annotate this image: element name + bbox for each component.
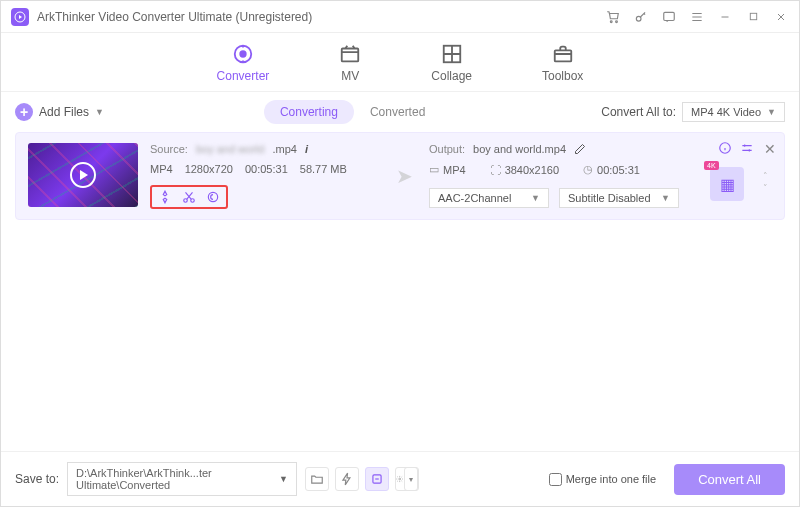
svg-point-8 [240,51,246,57]
save-path-dropdown[interactable]: D:\ArkThinker\ArkThink...ter Ultimate\Co… [67,462,297,496]
info-circle-icon[interactable] [718,141,732,155]
source-size: 58.77 MB [300,163,347,175]
edit-icon[interactable] [206,190,220,204]
play-icon [70,162,96,188]
chevron-up-icon: ˄ [763,171,768,181]
merge-checkbox-input[interactable] [549,473,562,486]
open-folder-icon[interactable] [305,467,329,491]
chevron-down-icon: ▼ [767,107,776,117]
settings-sliders-icon[interactable] [740,141,754,155]
high-speed-icon[interactable] [365,467,389,491]
svg-rect-9 [342,49,359,62]
save-path-value: D:\ArkThinker\ArkThink...ter Ultimate\Co… [76,467,279,491]
tab-converter[interactable]: Converter [217,43,270,83]
source-column: Source: boy and world.mp4 i MP4 1280x720… [150,143,380,209]
document-icon: ▦ [720,175,735,194]
minimize-icon[interactable] [717,9,733,25]
footer: Save to: D:\ArkThinker\ArkThink...ter Ul… [1,451,799,506]
source-filename: boy and world [196,143,265,155]
svg-point-2 [610,20,612,22]
save-to-label: Save to: [15,472,59,486]
merge-checkbox[interactable]: Merge into one file [549,473,657,486]
merge-label: Merge into one file [566,473,657,485]
tab-converted[interactable]: Converted [354,100,441,124]
tab-collage-label: Collage [431,69,472,83]
edit-tools-highlighted [150,185,228,209]
output-format-dropdown[interactable]: MP4 4K Video ▼ [682,102,785,122]
compress-icon[interactable] [158,190,172,204]
source-ext: .mp4 [272,143,296,155]
cut-icon[interactable] [182,190,196,204]
resolution-icon: ⛶ [490,164,501,176]
video-icon: ▭ [429,163,439,176]
tab-toolbox[interactable]: Toolbox [542,43,583,83]
tab-collage[interactable]: Collage [431,43,472,83]
convert-all-button[interactable]: Convert All [674,464,785,495]
key-icon[interactable] [633,9,649,25]
convert-all-to-label: Convert All to: [601,105,676,119]
collage-icon [441,43,463,65]
output-filename: boy and world.mp4 [473,143,566,155]
output-container: MP4 [443,164,466,176]
add-files-button[interactable]: + Add Files ▼ [15,103,104,121]
titlebar: ArkThinker Video Converter Ultimate (Unr… [1,1,799,33]
info-icon[interactable]: i [305,143,308,155]
window-title: ArkThinker Video Converter Ultimate (Unr… [37,10,605,24]
svg-rect-11 [554,50,571,61]
svg-rect-5 [664,12,675,20]
output-label: Output: [429,143,465,155]
tab-converting[interactable]: Converting [264,100,354,124]
source-resolution: 1280x720 [185,163,233,175]
chevron-down-icon: ▼ [95,107,104,117]
subtitle-dropdown[interactable]: Subtitle Disabled▼ [559,188,679,208]
output-resolution: 3840x2160 [505,164,559,176]
source-container: MP4 [150,163,173,175]
status-tabs: Converting Converted [264,100,441,124]
clock-icon: ◷ [583,163,593,176]
output-format-value: MP4 4K Video [691,106,761,118]
tab-mv-label: MV [341,69,359,83]
format-preset-button[interactable]: ▦ [710,167,744,201]
toolbox-icon [552,43,574,65]
cart-icon[interactable] [605,9,621,25]
svg-marker-1 [19,15,22,19]
reorder-arrows[interactable]: ˄˅ [763,171,768,193]
converter-icon [232,43,254,65]
video-thumbnail[interactable] [28,143,138,207]
app-window: ArkThinker Video Converter Ultimate (Unr… [0,0,800,507]
arrow-right-icon: ➤ [396,164,413,188]
toolbar: + Add Files ▼ Converting Converted Conve… [1,92,799,132]
source-label: Source: [150,143,188,155]
chevron-down-icon: ▼ [661,193,670,203]
file-card: Source: boy and world.mp4 i MP4 1280x720… [15,132,785,220]
main-tabs: Converter MV Collage Toolbox [1,33,799,92]
output-duration: 00:05:31 [597,164,640,176]
audio-dropdown[interactable]: AAC-2Channel▼ [429,188,549,208]
svg-point-14 [208,192,217,201]
source-duration: 00:05:31 [245,163,288,175]
chevron-down-icon: ˅ [763,183,768,193]
app-logo-icon [11,8,29,26]
tab-converter-label: Converter [217,69,270,83]
mv-icon [339,43,361,65]
tab-toolbox-label: Toolbox [542,69,583,83]
remove-file-icon[interactable]: ✕ [764,141,776,157]
maximize-icon[interactable] [745,9,761,25]
settings-gear-icon[interactable]: ▾ [395,467,419,491]
chevron-down-icon: ▼ [531,193,540,203]
close-icon[interactable] [773,9,789,25]
chevron-down-icon: ▼ [279,474,288,484]
feedback-icon[interactable] [661,9,677,25]
tab-mv[interactable]: MV [339,43,361,83]
svg-rect-6 [750,13,756,19]
svg-point-4 [636,16,641,21]
hardware-accel-icon[interactable] [335,467,359,491]
menu-icon[interactable] [689,9,705,25]
svg-point-3 [616,20,618,22]
subtitle-value: Subtitle Disabled [568,192,651,204]
svg-point-17 [399,478,401,480]
rename-icon[interactable] [574,143,586,155]
convert-all-to: Convert All to: MP4 4K Video ▼ [601,102,785,122]
file-list: Source: boy and world.mp4 i MP4 1280x720… [1,132,799,451]
audio-value: AAC-2Channel [438,192,511,204]
